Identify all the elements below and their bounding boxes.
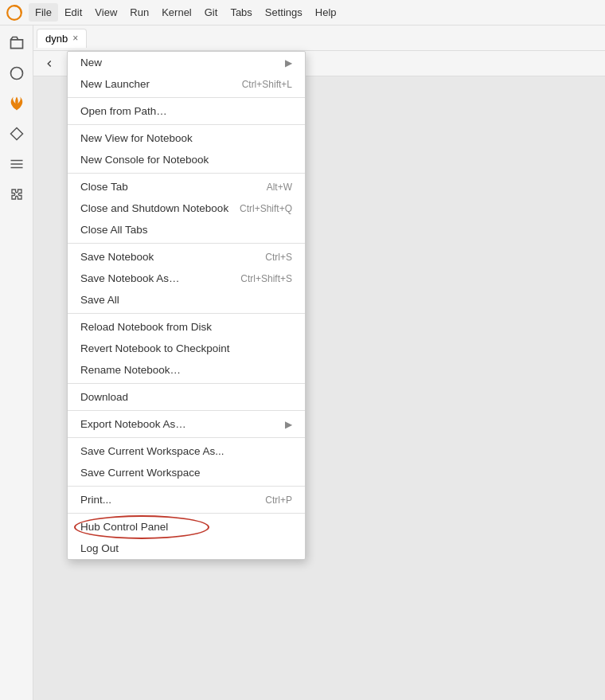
menu-item-reload[interactable]: Reload Notebook from Disk (68, 316, 305, 338)
rename-label: Rename Notebook… (80, 364, 181, 376)
revert-label: Revert Notebook to Checkpoint (80, 342, 230, 354)
sidebar-flame-icon[interactable] (2, 89, 31, 118)
menu-settings[interactable]: Settings (259, 3, 309, 22)
svg-point-1 (10, 68, 22, 80)
logout-label: Log Out (80, 542, 119, 554)
menubar: File Edit View Run Kernel Git Tabs Setti… (0, 0, 605, 25)
separator-10 (68, 513, 305, 514)
menu-file[interactable]: File (29, 3, 58, 22)
menu-item-save-notebook-as[interactable]: Save Notebook As… Ctrl+Shift+S (68, 268, 305, 289)
menu-run[interactable]: Run (123, 3, 155, 22)
save-all-label: Save All (80, 294, 119, 306)
export-label: Export Notebook As… (80, 418, 186, 430)
save-workspace-as-label: Save Current Workspace As... (80, 445, 224, 457)
logo (3, 2, 25, 24)
menu-item-close-shutdown[interactable]: Close and Shutdown Notebook Ctrl+Shift+Q (68, 197, 305, 219)
separator-7 (68, 410, 305, 411)
menu-item-export[interactable]: Export Notebook As… ▶ (68, 413, 305, 435)
menu-view[interactable]: View (88, 3, 123, 22)
menu-item-save-all[interactable]: Save All (68, 289, 305, 311)
separator-8 (68, 437, 305, 438)
main-layout: dynb × (0, 25, 605, 700)
menu-item-new-view[interactable]: New View for Notebook (68, 127, 305, 149)
menu-item-logout[interactable]: Log Out (68, 538, 305, 559)
hub-control-label: Hub Control Panel (80, 521, 168, 533)
menu-item-close-all[interactable]: Close All Tabs (68, 219, 305, 241)
print-label: Print... (80, 494, 111, 506)
separator-6 (68, 383, 305, 384)
sidebar (0, 25, 33, 700)
separator-9 (68, 486, 305, 487)
save-workspace-label: Save Current Workspace (80, 467, 201, 479)
separator-5 (68, 313, 305, 314)
menu-item-print[interactable]: Print... Ctrl+P (68, 489, 305, 510)
sidebar-diamond-icon[interactable] (2, 119, 31, 148)
menu-help[interactable]: Help (309, 3, 343, 22)
new-console-label: New Console for Notebook (80, 154, 209, 166)
menu-git[interactable]: Git (198, 3, 224, 22)
separator-3 (68, 173, 305, 174)
sidebar-lines-icon[interactable] (2, 150, 31, 178)
menu-item-new-label: New (80, 57, 102, 68)
sidebar-circle-icon[interactable] (2, 59, 31, 88)
new-arrow-icon: ▶ (285, 57, 292, 68)
separator-2 (68, 124, 305, 125)
open-path-label: Open from Path… (80, 105, 167, 117)
export-arrow-icon: ▶ (285, 419, 292, 430)
sidebar-folder-icon[interactable] (2, 29, 31, 57)
dropdown-overlay[interactable]: New ▶ New Launcher Ctrl+Shift+L Open fro… (33, 25, 605, 700)
menu-kernel[interactable]: Kernel (155, 3, 198, 22)
sidebar-puzzle-icon[interactable] (2, 180, 31, 209)
close-shutdown-label: Close and Shutdown Notebook (80, 202, 228, 214)
download-label: Download (80, 391, 128, 403)
menu-item-new-console[interactable]: New Console for Notebook (68, 149, 305, 170)
save-notebook-as-label: Save Notebook As… (80, 272, 180, 284)
menu-item-new-launcher[interactable]: New Launcher Ctrl+Shift+L (68, 73, 305, 95)
menu-item-save-notebook[interactable]: Save Notebook Ctrl+S (68, 246, 305, 268)
menu-edit[interactable]: Edit (58, 3, 88, 22)
save-notebook-as-shortcut: Ctrl+Shift+S (240, 273, 292, 284)
new-view-label: New View for Notebook (80, 132, 193, 144)
menu-item-hub-control[interactable]: Hub Control Panel (68, 516, 305, 538)
separator-4 (68, 243, 305, 244)
menu-item-rename[interactable]: Rename Notebook… (68, 359, 305, 381)
reload-label: Reload Notebook from Disk (80, 321, 212, 333)
menu-item-download[interactable]: Download (68, 386, 305, 408)
close-tab-label: Close Tab (80, 181, 128, 193)
close-all-label: Close All Tabs (80, 224, 148, 236)
close-shutdown-shortcut: Ctrl+Shift+Q (240, 203, 292, 214)
menu-item-new-launcher-label: New Launcher (80, 78, 150, 90)
menu-item-revert[interactable]: Revert Notebook to Checkpoint (68, 338, 305, 359)
save-notebook-shortcut: Ctrl+S (265, 252, 292, 263)
menu-item-close-tab[interactable]: Close Tab Alt+W (68, 176, 305, 197)
menu-item-new[interactable]: New ▶ (68, 52, 305, 73)
menu-item-open-path[interactable]: Open from Path… (68, 100, 305, 122)
separator-1 (68, 97, 305, 98)
file-menu: New ▶ New Launcher Ctrl+Shift+L Open fro… (67, 51, 306, 560)
new-launcher-shortcut: Ctrl+Shift+L (242, 79, 292, 90)
save-notebook-label: Save Notebook (80, 251, 154, 263)
menu-item-save-workspace-as[interactable]: Save Current Workspace As... (68, 440, 305, 462)
close-tab-shortcut: Alt+W (267, 182, 292, 193)
menu-tabs[interactable]: Tabs (224, 3, 258, 22)
print-shortcut: Ctrl+P (265, 495, 292, 506)
menu-item-save-workspace[interactable]: Save Current Workspace (68, 462, 305, 483)
content-area: dynb × (33, 25, 605, 700)
